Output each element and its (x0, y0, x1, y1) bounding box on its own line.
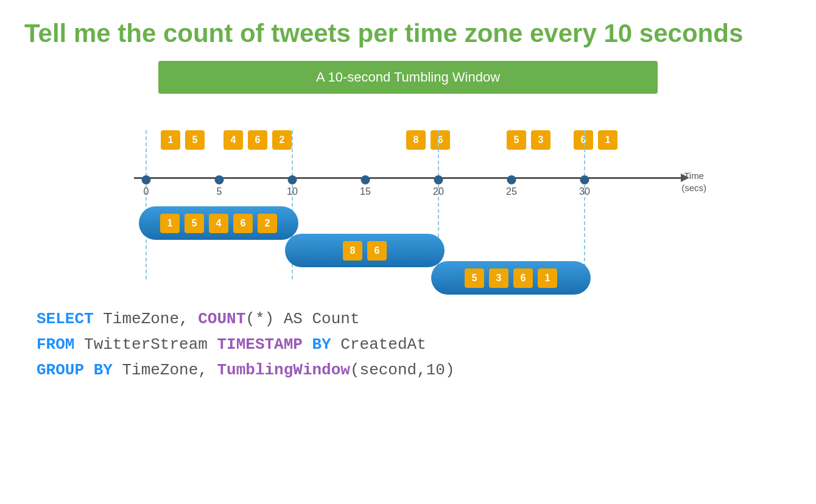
sql-line-1: SELECT TimeZone, COUNT(*) AS Count (37, 307, 792, 332)
kw-group: GROUP (37, 361, 84, 379)
dot-0 (142, 175, 151, 184)
kw-select: SELECT (37, 310, 94, 328)
dot-10 (288, 175, 297, 184)
badge-5-1: 6 (574, 130, 593, 150)
dot-5 (215, 175, 224, 184)
sql-count-rest: (*) AS Count (245, 310, 359, 328)
sql-tz2: TimeZone, (113, 361, 217, 379)
badge-group-5-above: 6 1 (572, 130, 619, 150)
main-title: Tell me the count of tweets per time zon… (24, 18, 792, 49)
kw-tumbling: TumblingWindow (217, 361, 350, 379)
badge-group-1-above: 1 5 (160, 130, 206, 150)
sql-line-3: GROUP BY TimeZone, TumblingWindow(second… (37, 358, 792, 383)
badge-2-3: 2 (272, 130, 292, 150)
label-25: 25 (506, 186, 517, 197)
badge-3-1: 8 (406, 130, 426, 150)
badge-5-2: 1 (598, 130, 617, 150)
kw-by: BY (312, 335, 331, 354)
badge-2-1: 4 (223, 130, 243, 150)
window-banner: A 10-second Tumbling Window (158, 61, 658, 94)
kw-from: FROM (37, 335, 74, 354)
sql-section: SELECT TimeZone, COUNT(*) AS Count FROM … (24, 307, 792, 383)
dot-30 (580, 175, 589, 184)
kw-timestamp: TIMESTAMP (217, 335, 302, 354)
window-bar-2: 8 6 (285, 234, 445, 267)
label-20: 20 (433, 186, 444, 197)
dashed-line-30 (584, 130, 585, 279)
time-secs-label: Time (secs) (681, 170, 706, 194)
sql-tumbling-args: (second,10) (350, 361, 455, 379)
dot-25 (507, 175, 516, 184)
label-10: 10 (287, 186, 298, 197)
dashed-line-0 (146, 130, 147, 279)
badge-2-2: 6 (248, 130, 267, 150)
label-30: 30 (579, 186, 590, 197)
window-bar-3: 5 3 6 1 (431, 261, 591, 295)
dot-15 (361, 175, 370, 184)
sql-space (303, 335, 312, 354)
badge-4-2: 3 (531, 130, 550, 150)
badge-3-2: 6 (431, 130, 450, 150)
kw-by2: BY (94, 361, 113, 379)
kw-count: COUNT (198, 310, 245, 328)
badge-1-2: 5 (185, 130, 205, 150)
label-5: 5 (217, 186, 222, 197)
badge-group-3-above: 8 6 (405, 130, 451, 150)
sql-createdat: CreatedAt (331, 335, 426, 354)
badge-group-2-above: 4 6 2 (222, 130, 293, 150)
diagram-container: 1 5 4 6 2 8 6 5 3 6 1 (128, 112, 688, 301)
label-0: 0 (144, 186, 149, 197)
window-bar-1: 1 5 4 6 2 (139, 206, 298, 240)
page: Tell me the count of tweets per time zon… (0, 0, 816, 504)
sql-line-2: FROM TwitterStream TIMESTAMP BY CreatedA… (37, 332, 792, 358)
badge-4-1: 5 (507, 130, 526, 150)
sql-stream: TwitterStream (74, 335, 217, 354)
label-15: 15 (360, 186, 371, 197)
dot-20 (434, 175, 443, 184)
badge-group-4-above: 5 3 (505, 130, 552, 150)
badge-1-1: 1 (161, 130, 180, 150)
sql-tz: TimeZone, (94, 310, 199, 328)
